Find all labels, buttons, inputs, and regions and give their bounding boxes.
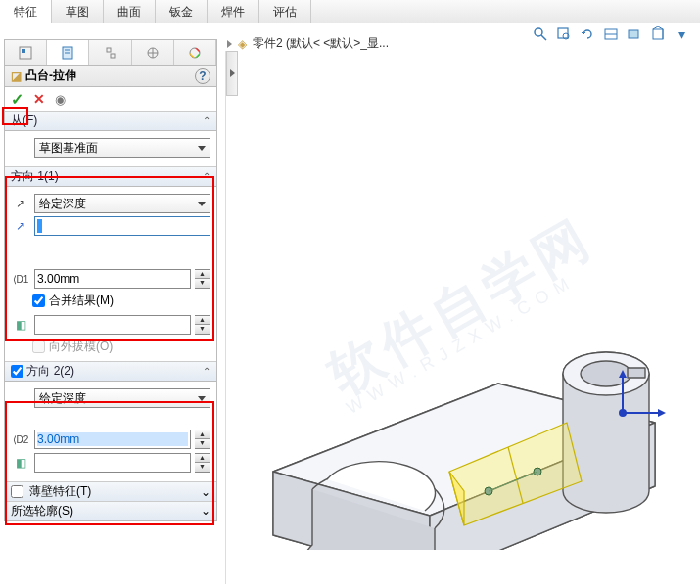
tab-feature[interactable]: 特征 [0,0,52,23]
merge-label: 合并结果(M) [49,293,114,309]
from-label: 从(F) [11,113,37,129]
dir1-label: 方向 1(1) [11,168,59,185]
section-from: 从(F) ⌃ 草图基准面 [5,111,216,166]
dir2-depth-input[interactable] [34,430,191,449]
property-manager: ◪ 凸台-拉伸 ? ✓ ✕ ◉ 从(F) ⌃ 草图基准面 方向 1(1) [4,39,217,521]
property-manager-tab[interactable] [47,40,89,65]
svg-point-21 [581,361,631,386]
zoom-area-icon[interactable] [555,25,573,43]
dir1-depth-spinner[interactable]: ▲▼ [195,269,210,289]
from-value: 草图基准面 [39,140,98,157]
display-style-icon[interactable] [626,25,643,43]
tab-sketch[interactable]: 草图 [52,0,104,23]
zoom-fit-icon[interactable] [532,25,549,43]
render-tab[interactable] [174,40,216,65]
part-icon: ◈ [238,37,247,51]
thin-label: 薄壁特征(T) [29,483,91,500]
draft-icon[interactable]: ◧ [11,318,30,332]
dir2-enable-checkbox[interactable] [11,365,23,378]
configuration-manager-tab[interactable] [89,40,131,65]
expand-icon[interactable]: ⌄ [201,504,210,518]
model-preview [244,198,675,550]
tab-surface[interactable]: 曲面 [104,0,156,23]
depth-d2-icon: ⟨D2 [11,434,30,445]
tab-evaluate[interactable]: 评估 [259,0,311,23]
preview-icon[interactable]: ◉ [55,92,66,107]
collapse-icon[interactable]: ⌃ [203,115,210,126]
dir1-draft-spinner[interactable]: ▲▼ [195,315,210,335]
from-dropdown[interactable]: 草图基准面 [34,138,210,158]
tab-weldment[interactable]: 焊件 [208,0,259,23]
chevron-down-icon[interactable]: ▾ [673,25,690,43]
dir1-draft-input[interactable] [34,315,191,335]
feature-manager-tab[interactable] [5,40,47,65]
thin-feature-checkbox[interactable] [11,485,23,498]
breadcrumb: ◈ 零件2 (默认< <默认>_显... [227,35,389,52]
dir1-method-value: 给定深度 [39,196,86,212]
view-toolbar: ▾ [532,25,690,43]
merge-result-checkbox[interactable]: 合并结果(M) [32,293,210,309]
collapse-icon[interactable]: ⌃ [203,171,210,182]
command-manager-tabs: 特征 草图 曲面 钣金 焊件 评估 [0,0,700,23]
svg-point-0 [535,28,542,36]
undo-view-icon[interactable] [579,25,596,43]
section-header-dir1[interactable]: 方向 1(1) ⌃ [5,167,216,187]
dir2-depth-spinner[interactable]: ▲▼ [195,430,210,449]
dir1-depth-input[interactable] [34,269,191,289]
draft-label: 向外拔模(O) [49,339,113,355]
tab-sheetmetal[interactable]: 钣金 [156,0,208,23]
confirmation-row: ✓ ✕ ◉ [5,87,216,111]
dir2-draft-spinner[interactable]: ▲▼ [195,453,210,473]
section-header-dir2[interactable]: 方向 2(2) ⌃ [5,362,216,382]
expand-icon[interactable] [227,40,232,48]
chevron-down-icon [198,396,206,401]
svg-rect-7 [653,29,663,39]
section-direction-2: 方向 2(2) ⌃ 给定深度 ⟨D2 ▲▼ ◧ ▲▼ [5,361,216,481]
chevron-down-icon [198,202,206,206]
extrude-icon: ◪ [11,69,22,83]
dir1-vector-input[interactable] [34,216,210,236]
contours-label: 所选轮廓(S) [11,503,73,520]
dir1-method-dropdown[interactable]: 给定深度 [34,194,210,213]
chevron-down-icon [198,146,206,151]
depth-d1-icon: ⟨D1 [11,274,30,285]
svg-rect-6 [629,30,638,38]
section-header-from[interactable]: 从(F) ⌃ [5,112,216,131]
direction-vector-icon[interactable]: ↗ [11,219,30,233]
dir2-label: 方向 2(2) [26,364,74,378]
section-view-icon[interactable] [602,25,620,43]
section-direction-1: 方向 1(1) ⌃ ↗ 给定深度 ↗ ⟨D1 ▲▼ [5,166,216,361]
view-orientation-icon[interactable] [649,25,667,43]
section-thin-feature[interactable]: 薄壁特征(T) ⌄ [5,481,216,501]
flyout-toggle[interactable] [226,51,238,96]
dir2-method-value: 给定深度 [39,390,86,407]
dimxpert-tab[interactable] [132,40,174,65]
cancel-button[interactable]: ✕ [33,91,45,107]
graphics-viewport[interactable]: 软件自学网 WWW.RJZXW.COM [225,51,696,584]
help-icon[interactable]: ? [195,68,210,84]
collapse-icon[interactable]: ⌃ [203,366,210,377]
ok-button[interactable]: ✓ [11,90,23,109]
draft-outward-checkbox[interactable]: 向外拔模(O) [32,339,210,355]
breadcrumb-text[interactable]: 零件2 (默认< <默认>_显... [253,35,389,52]
svg-rect-14 [111,54,115,58]
section-contours[interactable]: 所选轮廓(S) ⌄ [5,501,216,520]
svg-rect-13 [107,48,111,52]
feature-title-bar: ◪ 凸台-拉伸 ? [5,66,216,87]
dir2-method-dropdown[interactable]: 给定深度 [34,388,210,408]
svg-rect-22 [628,368,645,378]
draft-icon[interactable]: ◧ [11,456,30,470]
svg-line-1 [541,35,546,40]
manager-tabs [5,40,216,66]
dir2-draft-input[interactable] [34,453,191,473]
feature-title: 凸台-拉伸 [25,68,76,84]
svg-rect-9 [22,49,25,53]
expand-icon[interactable]: ⌄ [201,485,210,499]
reverse-direction-icon[interactable]: ↗ [11,197,30,210]
